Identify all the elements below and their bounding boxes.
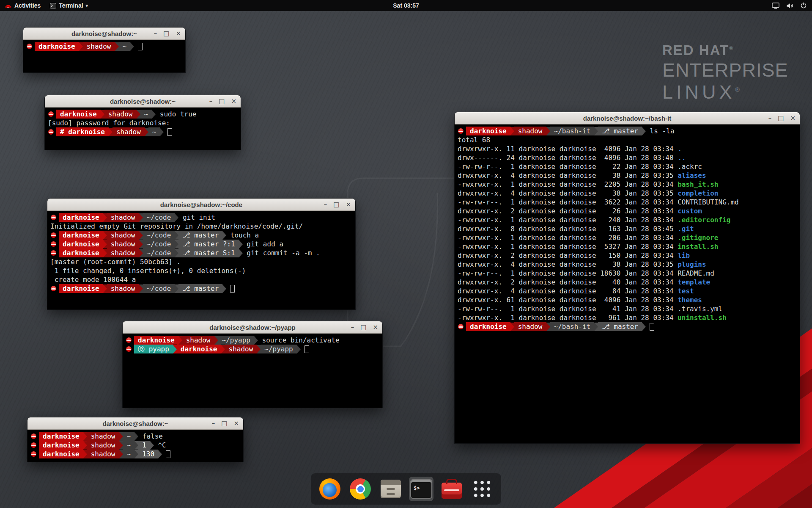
maximize-button[interactable]: □ — [221, 420, 227, 427]
terminal-text: -rw-rw-r--. 1 darknoise darknoise 18630 … — [458, 269, 714, 278]
window-titlebar[interactable]: darknoise@shadow:~ – □ × — [45, 95, 241, 108]
minimize-button[interactable]: – — [324, 202, 327, 208]
prompt-segment-venv: ⓔ pyapp — [134, 345, 173, 353]
window-title: darknoise@shadow:~ — [110, 98, 176, 105]
terminal-line: drwxrwxr-x. 61 darknoise darknoise 4096 … — [458, 295, 797, 304]
prompt-segment-user: darknoise — [59, 231, 103, 240]
terminal-line: 1 file changed, 0 insertions(+), 0 delet… — [50, 266, 352, 275]
terminal-content[interactable]: darknoiseshadow~ falsedarknoiseshadow~1 … — [27, 430, 243, 461]
powerline-arrow-icon — [103, 249, 107, 257]
maximize-button[interactable]: □ — [163, 30, 169, 37]
close-button[interactable]: × — [346, 202, 351, 208]
power-icon[interactable] — [800, 2, 807, 9]
prompt-segment-path: ~ — [148, 127, 160, 136]
window-title: darknoise@shadow:~ — [71, 30, 137, 37]
window-titlebar[interactable]: darknoise@shadow:~/bash-it – □ × — [455, 112, 800, 124]
powerline-arrow-icon — [139, 284, 143, 293]
prompt-segment-host: shadow — [87, 432, 119, 441]
terminal-line: darknoiseshadow~ false — [30, 432, 240, 441]
firefox-icon — [319, 478, 340, 500]
minimize-button[interactable]: – — [154, 30, 157, 37]
dock-app-grid[interactable] — [470, 477, 494, 501]
prompt-segment-git: ⎇ master — [178, 231, 222, 240]
terminal-text: custom — [678, 207, 702, 215]
powerline-arrow-icon — [119, 432, 123, 441]
terminal-text: drwx------. 24 darknoise darknoise 4096 … — [458, 153, 678, 162]
prompt-segment-user: darknoise — [177, 345, 221, 353]
prompt-segment-git: ⎇ master ?:1 — [178, 240, 239, 248]
terminal-content[interactable]: darknoiseshadow~ sudo true[sudo] passwor… — [45, 108, 241, 138]
maximize-button[interactable]: □ — [360, 324, 366, 331]
activities-button[interactable]: Activities — [0, 0, 45, 11]
maximize-button[interactable]: □ — [333, 202, 339, 208]
terminal-cursor — [230, 285, 235, 293]
terminal-content[interactable]: darknoiseshadow~ — [23, 40, 185, 53]
terminal-text: [sudo] password for darknoise: — [48, 119, 174, 127]
redhat-prompt-icon — [48, 129, 54, 135]
powerline-arrow-icon — [145, 128, 148, 136]
minimize-button[interactable]: – — [768, 115, 772, 121]
activities-label: Activities — [14, 2, 41, 9]
prompt-segment-exit: 1 — [138, 441, 150, 450]
terminal-line: ⓔ pyappdarknoiseshadow~/pyapp — [126, 345, 379, 353]
terminal-line: darknoiseshadow~ — [26, 42, 182, 51]
powerline-arrow-icon — [103, 240, 107, 248]
terminal-text: drwxrwxr-x. 4 darknoise darknoise 38 Jan… — [458, 189, 678, 198]
terminal-line: [sudo] password for darknoise: — [48, 119, 238, 127]
minimize-button[interactable]: – — [209, 98, 213, 105]
window-titlebar[interactable]: darknoise@shadow:~/pyapp – □ × — [123, 321, 382, 334]
powerline-arrow-icon — [83, 432, 87, 441]
terminal-line: drwx------. 24 darknoise darknoise 4096 … — [458, 153, 797, 162]
terminal-content[interactable]: darknoiseshadow~/pyapp source bin/activa… — [123, 334, 382, 356]
terminal-text: template — [678, 278, 710, 287]
redhat-prompt-icon — [51, 286, 56, 291]
maximize-button[interactable]: □ — [778, 115, 784, 121]
powerline-arrow-icon — [546, 127, 550, 135]
powerline-arrow-icon — [134, 432, 138, 441]
redhat-prompt-icon — [31, 442, 36, 448]
terminal-text: -rw-rw-r--. 1 darknoise darknoise 22 Jan… — [458, 162, 702, 171]
prompt-segment-git: ⎇ master — [178, 284, 222, 293]
screen-icon[interactable] — [772, 3, 779, 9]
terminal-text: aliases — [678, 171, 706, 180]
close-button[interactable]: × — [176, 30, 181, 37]
dock-terminal[interactable] — [409, 477, 433, 501]
prompt-segment-path: ~/bash-it — [550, 127, 595, 135]
powerline-arrow-icon — [115, 42, 119, 51]
terminal-line: darknoiseshadow~/code⎇ master — [50, 284, 352, 293]
powerline-arrow-icon — [103, 284, 107, 293]
close-button[interactable]: × — [233, 420, 239, 427]
clock[interactable]: Sat 03:57 — [393, 2, 419, 9]
terminal-line: -rwxrwxr-x. 1 darknoise darknoise 2205 J… — [458, 180, 797, 189]
powerline-arrow-icon — [83, 450, 87, 458]
desktop: RED HAT® ENTERPRISE LINUX® Activities Te… — [0, 0, 812, 508]
volume-icon[interactable] — [786, 3, 793, 9]
close-button[interactable]: × — [373, 324, 378, 331]
terminal-text: -rw-rw-r--. 1 darknoise darknoise 3622 J… — [458, 198, 739, 207]
powerline-arrow-icon — [594, 127, 598, 135]
window-titlebar[interactable]: darknoise@shadow:~/code – □ × — [47, 199, 355, 211]
terminal-content[interactable]: darknoiseshadow~/bash-it⎇ master ls -lat… — [455, 124, 800, 333]
dock-firefox[interactable] — [318, 477, 342, 501]
minimize-button[interactable]: – — [351, 324, 354, 331]
terminal-text: drwxrwxr-x. 4 darknoise darknoise 84 Jan… — [458, 287, 678, 295]
terminal-line: drwxrwxr-x. 4 darknoise darknoise 84 Jan… — [458, 287, 797, 295]
minimize-button[interactable]: – — [212, 420, 215, 427]
dock-files[interactable] — [379, 477, 403, 501]
dock-software[interactable] — [439, 477, 464, 501]
terminal-content[interactable]: darknoiseshadow~/code git initInitialize… — [47, 211, 355, 295]
dock-chrome[interactable] — [348, 477, 373, 501]
prompt-segment-user: # darknoise — [56, 127, 109, 136]
window-titlebar[interactable]: darknoise@shadow:~ – □ × — [27, 417, 243, 430]
terminal-window-code: darknoise@shadow:~/code – □ × darknoises… — [47, 199, 355, 309]
terminal-line: -rwxrwxr-x. 1 darknoise darknoise 240 Ja… — [458, 215, 797, 224]
terminal-text: themes — [678, 295, 702, 304]
close-button[interactable]: × — [231, 98, 236, 105]
close-button[interactable]: × — [790, 115, 796, 121]
powerline-arrow-icon — [152, 110, 156, 119]
terminal-text: drwxrwxr-x. 61 darknoise darknoise 4096 … — [458, 295, 678, 304]
powerline-arrow-icon — [178, 336, 182, 345]
maximize-button[interactable]: □ — [219, 98, 225, 105]
app-menu-terminal[interactable]: Terminal ▾ — [45, 0, 93, 11]
window-titlebar[interactable]: darknoise@shadow:~ – □ × — [23, 28, 185, 40]
